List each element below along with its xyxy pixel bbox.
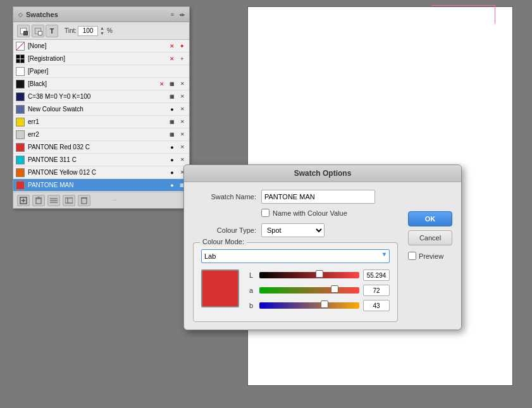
err1-x-icon: ✕ <box>178 118 187 127</box>
tint-arrows[interactable]: ▲ ▼ <box>100 26 104 36</box>
panel-title-text: Swatches <box>26 11 58 18</box>
swatch-name-black: [Black] <box>28 80 155 87</box>
cancel-button[interactable]: Cancel <box>408 230 452 245</box>
stroke-icon-btn[interactable] <box>32 25 44 37</box>
svg-rect-3 <box>36 199 41 204</box>
swatch-icons-none: ✕ ✦ <box>168 42 187 51</box>
colour-preview-area: L a <box>201 269 390 315</box>
slider-thumb-b[interactable] <box>321 300 328 308</box>
swatch-row-registration[interactable]: [Registration] ✕ ✦ <box>13 53 189 65</box>
swatch-row-pantone-yellow[interactable]: PANTONE Yellow 012 C ● ✕ <box>13 166 189 179</box>
swatch-name-paper: [Paper] <box>28 68 184 75</box>
slider-track-a-bg <box>259 287 359 294</box>
swatch-row-err1[interactable]: err1 ▦ ✕ <box>13 116 189 128</box>
reg-cross-icon: ✦ <box>178 54 187 63</box>
swatch-row-pantone-man[interactable]: PANTONE MAN ● ▦ <box>13 179 189 192</box>
colour-preview-box <box>201 269 239 307</box>
text-icon-btn[interactable]: T <box>46 25 58 37</box>
swatches-list: [None] ✕ ✦ [Registration] ✕ ✦ [Paper] <box>13 40 189 192</box>
swatch-name-new-colour: New Colour Swatch <box>28 106 165 113</box>
p311-x-icon: ✕ <box>178 156 187 164</box>
swatch-icons-err2: ▦ ✕ <box>168 130 187 139</box>
slider-row-L: L <box>247 269 390 281</box>
dialog-buttons: OK Cancel Preview <box>408 211 452 260</box>
colour-mode-select-row: Lab CMYK RGB ▼ <box>201 249 390 263</box>
colour-mode-select[interactable]: Lab CMYK RGB <box>201 249 390 263</box>
fill-icon-btn[interactable] <box>17 25 30 37</box>
dialog-titlebar: Swatch Options <box>184 165 461 182</box>
swatch-color-paper <box>16 67 25 76</box>
tint-input[interactable] <box>78 26 98 36</box>
black-grid-icon: ▦ <box>168 80 176 89</box>
pr-circle-icon: ● <box>168 143 176 152</box>
swatch-row-pantone-311[interactable]: PANTONE 311 C ● ✕ <box>13 154 189 166</box>
sliders-area: L a <box>247 269 390 315</box>
pm-circle-icon: ● <box>168 181 176 190</box>
preview-checkbox[interactable] <box>408 252 416 260</box>
swatch-row-none[interactable]: [None] ✕ ✦ <box>13 40 189 53</box>
swatch-icons-black: ✕ ▦ ✕ <box>158 80 187 89</box>
swatch-color-pantone-311 <box>16 156 25 164</box>
swatch-name-pantone-yellow: PANTONE Yellow 012 C <box>28 169 165 176</box>
swatches-toolbar: T Tint: ▲ ▼ % <box>13 22 189 40</box>
colour-type-select[interactable]: Spot Process <box>261 223 325 237</box>
swatch-row-cmyk[interactable]: C=38 M=0 Y=0 K=100 ▦ ✕ <box>13 90 189 103</box>
lab-b-label: b <box>247 302 256 309</box>
new-colour-circle-icon: ● <box>168 105 176 114</box>
slider-track-L[interactable] <box>259 271 359 280</box>
trash-btn[interactable] <box>32 195 45 206</box>
slider-thumb-a[interactable] <box>331 285 338 293</box>
swatch-row-new-colour[interactable]: New Colour Swatch ● ✕ <box>13 103 189 116</box>
colour-mode-section: Colour Mode: Lab CMYK RGB ▼ <box>193 242 398 322</box>
swatch-name-none: [None] <box>28 42 165 49</box>
panel-menu-btn[interactable]: ◂▸ <box>179 11 185 18</box>
new-swatch-btn[interactable] <box>17 195 30 206</box>
tint-pct: % <box>107 27 113 34</box>
lab-L-value-input[interactable] <box>363 269 390 281</box>
swatch-color-none <box>16 42 25 51</box>
swatch-name-err2: err2 <box>28 131 165 138</box>
cmyk-x2-icon: ✕ <box>178 92 187 101</box>
swatch-name-input[interactable] <box>261 190 375 204</box>
swatch-row-black[interactable]: [Black] ✕ ▦ ✕ <box>13 78 189 90</box>
lab-a-value-input[interactable] <box>363 285 390 296</box>
name-with-colour-label: Name with Colour Value <box>273 209 347 217</box>
swatch-name-cmyk: C=38 M=0 Y=0 K=100 <box>28 93 165 100</box>
swatch-row-paper[interactable]: [Paper] <box>13 65 189 78</box>
preview-row: Preview <box>408 252 452 260</box>
swatch-icons-pantone-311: ● ✕ <box>168 156 187 164</box>
swatch-options-dialog: Swatch Options OK Cancel Preview Swatch … <box>183 164 462 330</box>
list-view-btn[interactable] <box>47 195 60 206</box>
swatch-row-err2[interactable]: err2 ▦ ✕ <box>13 128 189 141</box>
err2-x-icon: ✕ <box>178 130 187 139</box>
pink-guide-v <box>495 5 495 24</box>
name-with-colour-row: Name with Colour Value <box>261 209 398 217</box>
panel-collapse-btn[interactable]: ≡ <box>171 11 174 18</box>
swatch-row-pantone-red[interactable]: PANTONE Red 032 C ● ✕ <box>13 141 189 154</box>
swatch-name-pantone-311: PANTONE 311 C <box>28 156 165 163</box>
black-x2-icon: ✕ <box>178 80 187 89</box>
tint-down-arrow[interactable]: ▼ <box>100 31 104 36</box>
swatch-name-registration: [Registration] <box>28 55 165 62</box>
tint-up-arrow[interactable]: ▲ <box>100 26 104 31</box>
slider-track-a[interactable] <box>259 286 359 295</box>
name-with-colour-checkbox[interactable] <box>261 209 269 217</box>
colour-type-label: Colour Type: <box>193 226 256 234</box>
black-x-icon: ✕ <box>158 80 166 89</box>
lab-b-value-input[interactable] <box>363 300 390 311</box>
swatch-color-err2 <box>16 130 25 139</box>
options-btn[interactable] <box>63 195 75 206</box>
swatch-name-pantone-red: PANTONE Red 032 C <box>28 144 165 151</box>
lab-L-label: L <box>247 271 256 279</box>
ok-button[interactable]: OK <box>408 211 452 226</box>
slider-track-b[interactable] <box>259 301 359 310</box>
swatch-color-pantone-red <box>16 143 25 152</box>
swatch-icons-err1: ▦ ✕ <box>168 118 187 127</box>
delete-btn[interactable] <box>78 195 90 206</box>
p311-circle-icon: ● <box>168 156 176 164</box>
panel-title-right[interactable]: ≡ ◂▸ <box>171 11 185 18</box>
slider-thumb-L[interactable] <box>316 270 323 278</box>
panel-title-left: ◇ Swatches <box>17 11 58 18</box>
swatch-color-registration <box>16 54 25 63</box>
none-move-icon: ✦ <box>178 42 187 51</box>
